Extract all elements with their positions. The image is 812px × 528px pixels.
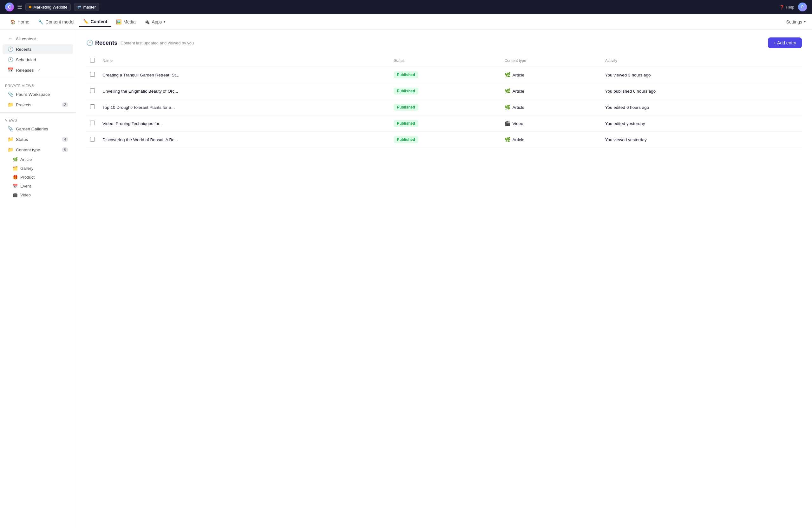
recents-clock-icon: 🕐 bbox=[86, 39, 93, 46]
private-views-label: Private views bbox=[0, 81, 76, 89]
row-status-2: Published bbox=[390, 99, 501, 115]
scheduled-icon: 🕐 bbox=[8, 57, 13, 62]
nav-content-label: Content bbox=[90, 19, 107, 24]
sidebar-sub-gallery[interactable]: 🗂️ Gallery bbox=[2, 164, 73, 173]
sidebar-all-content-label: All content bbox=[16, 37, 36, 41]
add-entry-button[interactable]: + Add entry bbox=[768, 38, 802, 48]
content-table: Name Status Content type Activity bbox=[86, 55, 802, 148]
nav-home[interactable]: 🏠 Home bbox=[6, 17, 33, 26]
sidebar-item-scheduled[interactable]: 🕐 Scheduled bbox=[2, 55, 73, 65]
row-checkbox-3[interactable] bbox=[90, 120, 95, 125]
video-icon: 🎬 bbox=[13, 192, 18, 197]
branch-selector[interactable]: ⇄ master bbox=[74, 3, 99, 11]
sidebar: ≡ All content 🕐 Recents 🕐 Scheduled 📅 Re… bbox=[0, 30, 76, 528]
help-label: Help bbox=[786, 5, 794, 10]
nav-content-model[interactable]: 🔧 Content model bbox=[34, 17, 78, 26]
sidebar-recents-label: Recents bbox=[16, 47, 32, 52]
help-button[interactable]: ❓ Help bbox=[779, 5, 794, 10]
row-activity-2: You edited 6 hours ago bbox=[601, 99, 802, 115]
sidebar-divider-1 bbox=[0, 78, 76, 78]
sidebar-item-projects[interactable]: 📁 Projects 2 bbox=[2, 100, 73, 110]
status-badge: 4 bbox=[62, 137, 68, 142]
row-name-3[interactable]: Video: Pruning Techniques for... bbox=[99, 115, 390, 132]
branch-icon: ⇄ bbox=[77, 4, 81, 10]
status-badge: Published bbox=[394, 136, 418, 143]
row-name-0[interactable]: Creating a Tranquil Garden Retreat: St..… bbox=[99, 67, 390, 83]
nav-home-label: Home bbox=[17, 19, 29, 25]
project-selector[interactable]: Marketing Website bbox=[25, 3, 71, 11]
row-status-3: Published bbox=[390, 115, 501, 132]
sidebar-item-content-type[interactable]: 📁 Content type 5 bbox=[2, 145, 73, 155]
branch-name: master bbox=[83, 5, 96, 10]
apps-icon: 🔌 bbox=[144, 19, 150, 25]
navbar: 🏠 Home 🔧 Content model ✏️ Content 🖼️ Med… bbox=[0, 14, 812, 30]
sidebar-item-status[interactable]: 📁 Status 4 bbox=[2, 134, 73, 144]
row-content-type-1: 🌿 Article bbox=[501, 83, 601, 99]
chevron-down-icon: ▾ bbox=[164, 20, 165, 24]
row-checkbox-0[interactable] bbox=[90, 72, 95, 77]
content-type-label: Article bbox=[512, 138, 525, 142]
sidebar-garden-galleries-label: Garden Galleries bbox=[16, 127, 48, 131]
product-icon: 🎁 bbox=[13, 175, 18, 180]
settings-chevron-icon: ▾ bbox=[804, 20, 806, 24]
sidebar-item-garden-galleries[interactable]: 📎 Garden Galleries bbox=[2, 124, 73, 134]
sidebar-divider-2 bbox=[0, 112, 76, 113]
topbar-right: ❓ Help P bbox=[779, 2, 807, 11]
row-status-4: Published bbox=[390, 132, 501, 148]
recents-title-group: 🕐 Recents Content last updated and viewe… bbox=[86, 39, 194, 46]
settings-label: Settings bbox=[786, 19, 802, 25]
content-type-icon: 🌿 bbox=[505, 137, 511, 142]
nav-content[interactable]: ✏️ Content bbox=[79, 17, 111, 27]
table-header-row: Name Status Content type Activity bbox=[86, 55, 802, 67]
row-status-0: Published bbox=[390, 67, 501, 83]
sidebar-item-recents[interactable]: 🕐 Recents bbox=[2, 44, 73, 54]
row-name-1[interactable]: Unveiling the Enigmatic Beauty of Orc... bbox=[99, 83, 390, 99]
nav-settings[interactable]: Settings ▾ bbox=[786, 19, 806, 25]
content-area: 🕐 Recents Content last updated and viewe… bbox=[76, 30, 812, 528]
logo[interactable]: C bbox=[5, 2, 14, 11]
sidebar-sub-product[interactable]: 🎁 Product bbox=[2, 173, 73, 182]
main-layout: ≡ All content 🕐 Recents 🕐 Scheduled 📅 Re… bbox=[0, 30, 812, 528]
select-all-checkbox[interactable] bbox=[90, 58, 95, 62]
clock-icon: 🕐 bbox=[8, 46, 13, 52]
sidebar-sub-video[interactable]: 🎬 Video bbox=[2, 191, 73, 199]
header-name: Name bbox=[99, 55, 390, 67]
nav-left: 🏠 Home 🔧 Content model ✏️ Content 🖼️ Med… bbox=[6, 17, 169, 27]
sidebar-video-label: Video bbox=[20, 192, 31, 197]
project-status-dot bbox=[29, 6, 31, 8]
pencil-icon: ✏️ bbox=[83, 19, 88, 24]
external-link-icon: ↗ bbox=[38, 68, 40, 72]
sidebar-scheduled-label: Scheduled bbox=[16, 57, 36, 62]
bookmark-icon: 📎 bbox=[8, 91, 13, 97]
sidebar-item-releases[interactable]: 📅 Releases ↗ bbox=[2, 65, 73, 75]
table-row: Video: Pruning Techniques for... Publish… bbox=[86, 115, 802, 132]
topbar-left: C ☰ Marketing Website ⇄ master bbox=[5, 2, 99, 11]
nav-media[interactable]: 🖼️ Media bbox=[112, 17, 139, 26]
row-name-2[interactable]: Top 10 Drought-Tolerant Plants for a... bbox=[99, 99, 390, 115]
sidebar-item-pauls-workspace[interactable]: 📎 Paul's Workspace bbox=[2, 89, 73, 99]
row-checkbox-1[interactable] bbox=[90, 88, 95, 93]
status-badge: Published bbox=[394, 71, 418, 79]
row-checkbox-cell bbox=[86, 132, 99, 148]
table-row: Top 10 Drought-Tolerant Plants for a... … bbox=[86, 99, 802, 115]
content-type-icon: 🌿 bbox=[505, 104, 511, 110]
nav-media-label: Media bbox=[124, 19, 135, 25]
add-entry-label: + Add entry bbox=[774, 40, 796, 45]
table-row: Discovering the World of Bonsai: A Be...… bbox=[86, 132, 802, 148]
nav-apps[interactable]: 🔌 Apps ▾ bbox=[141, 17, 169, 26]
content-type-label: Article bbox=[512, 89, 525, 94]
sidebar-item-all-content[interactable]: ≡ All content bbox=[2, 34, 73, 44]
row-checkbox-4[interactable] bbox=[90, 137, 95, 142]
row-checkbox-2[interactable] bbox=[90, 104, 95, 109]
status-badge: Published bbox=[394, 104, 418, 111]
row-checkbox-cell bbox=[86, 83, 99, 99]
row-name-4[interactable]: Discovering the World of Bonsai: A Be... bbox=[99, 132, 390, 148]
hamburger-icon[interactable]: ☰ bbox=[17, 3, 22, 11]
sidebar-sub-article[interactable]: 🌿 Article bbox=[2, 155, 73, 164]
user-avatar[interactable]: P bbox=[798, 2, 807, 11]
sidebar-sub-event[interactable]: 📅 Event bbox=[2, 182, 73, 190]
row-activity-3: You edited yesterday bbox=[601, 115, 802, 132]
home-icon: 🏠 bbox=[10, 19, 16, 25]
sidebar-article-label: Article bbox=[20, 157, 32, 162]
content-type-icon: 🎬 bbox=[505, 120, 511, 126]
